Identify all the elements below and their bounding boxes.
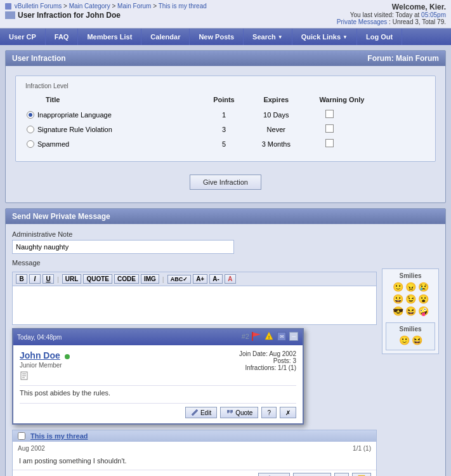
infraction-section: User Infraction Forum: Main Forum Infrac… [5,50,446,203]
report-icon[interactable]: ✉ [277,332,286,341]
breadcrumb-thread[interactable]: This is my thread [159,3,207,10]
popup-edit-button[interactable]: Edit [185,407,217,418]
smiley-9[interactable]: 🙂 [399,335,410,345]
nav-quicklinks[interactable]: Quick Links ▼ [292,29,357,45]
nav-logout[interactable]: Log Out [357,29,402,45]
quicklinks-dropdown-arrow: ▼ [343,34,348,40]
edit-icon [191,409,199,416]
pm-section-header: Send New Private Message [6,209,445,224]
pm-section-content: Administrative Note Message B I U | URL … [6,224,445,476]
online-indicator [65,354,70,359]
warning-icon[interactable]: ! [265,331,273,341]
popup-titlebar: Today, 04:48pm #2 ! [13,329,303,345]
popup-edit-note [20,371,296,382]
smiley-8[interactable]: 🤪 [418,306,429,316]
toolbar-quote[interactable]: QUOTE [83,274,112,284]
infraction-radio-2[interactable]: Spammed [27,140,201,148]
popup-username[interactable]: John Doe [20,350,60,360]
private-messages-link[interactable]: Private Messages [337,18,387,25]
toolbar-font-decrease[interactable]: A- [209,274,223,284]
nav-faq[interactable]: FAQ [46,29,79,45]
popup-container: Today, 04:48pm #2 ! [12,328,377,476]
breadcrumb-category[interactable]: Main Category [69,3,110,10]
toolbar-code[interactable]: CODE [114,274,139,284]
radio-btn-1[interactable] [27,126,34,133]
flag-icon[interactable] [252,332,261,341]
smiley-1[interactable]: 😠 [405,282,416,292]
post-0-join-date: Aug 2002 [18,445,45,452]
post-0-infraction-btn[interactable]: ! [352,473,371,476]
warning-checkbox-0[interactable] [325,110,334,118]
admin-note-label: Administrative Note [12,230,439,238]
breadcrumb: vBulletin Forums > Main Category > Main … [5,3,207,10]
smiley-7[interactable]: 😆 [405,306,416,316]
popup-infractions: Infractions: 1/1 (1) [239,364,296,371]
page-title-icon [5,11,15,19]
breadcrumb-forum[interactable]: vBulletin Forums [15,3,62,10]
toolbar-spellcheck[interactable]: ABC✓ [167,275,192,284]
infraction-row-0: Inappropriate Language 1 10 Days [27,108,424,121]
pm-count: Unread 3, Total 79. [393,18,446,25]
smiley-row-2: 😀 😉 😮 [386,294,435,304]
toolbar-bold[interactable]: B [16,274,27,284]
popup-post-actions: Edit Quote ? ✗ [20,403,296,418]
radio-btn-0[interactable] [27,111,34,119]
infraction-row-2: Spammed 5 3 Months [27,137,424,150]
smiley-2[interactable]: 😢 [418,282,429,292]
nav-members[interactable]: Members List [78,29,141,45]
warning-checkbox-2[interactable] [325,139,334,147]
give-infraction-button[interactable]: Give Infraction [190,175,261,190]
post-0-quote-button[interactable]: Quote [293,473,331,476]
welcome-box: Welcome, Kier. You last visited: Today a… [337,3,446,25]
infraction-radio-1[interactable]: Signature Rule Violation [27,126,201,133]
toolbar-url[interactable]: URL [62,274,82,284]
smiley-4[interactable]: 😉 [405,294,416,304]
smiley-10[interactable]: 😆 [412,335,422,345]
smiley-0[interactable]: 🙂 [393,282,403,292]
toolbar-image[interactable]: IMG [141,274,159,284]
popup-post-content: This post abides by the rules. [20,385,296,400]
toolbar-color[interactable]: A [225,274,236,284]
admin-note-input[interactable] [12,240,234,254]
pm-layout: B I U | URL QUOTE CODE IMG | ABC✓ A+ A- … [12,268,439,476]
minimize-icon[interactable]: ─ [289,332,298,341]
post-subject-0[interactable]: This is my thread [30,432,88,440]
post-0-infractions: 1/1 (1) [353,445,371,452]
toolbar-font-increase[interactable]: A+ [193,274,207,284]
nav-bar: User CP FAQ Members List Calendar New Po… [0,29,451,45]
col-expires: Expires [247,96,305,107]
radio-btn-2[interactable] [27,140,34,148]
nav-calendar[interactable]: Calendar [141,29,190,45]
nav-newposts[interactable]: New Posts [190,29,244,45]
smiley-3[interactable]: 😀 [393,294,403,304]
infraction-forum-info: Forum: Main Forum [367,54,439,63]
popup-delete-button[interactable]: ✗ [280,407,296,418]
last-visited-time[interactable]: 05:05pm [421,11,446,18]
smiley-5[interactable]: 😮 [418,294,429,304]
post-select-0[interactable] [18,432,25,440]
post-0-edit-button[interactable]: Edit [258,473,290,476]
nav-usercp[interactable]: User CP [0,29,46,45]
message-body[interactable] [13,286,376,324]
smilies-box: Smilies 🙂 😠 😢 😀 😉 😮 😎 😆 🤪 [382,268,439,354]
smiley-6[interactable]: 😎 [393,306,403,316]
editor-toolbar: B I U | URL QUOTE CODE IMG | ABC✓ A+ A- … [13,272,376,286]
breadcrumb-mainforum[interactable]: Main Forum [117,3,151,10]
popup-meta: Join Date: Aug 2002 Posts: 3 Infractions… [239,350,296,371]
infraction-radio-0[interactable]: Inappropriate Language [27,111,201,119]
message-label: Message [12,259,439,267]
toolbar-italic[interactable]: I [29,274,41,284]
message-editor[interactable]: B I U | URL QUOTE CODE IMG | ABC✓ A+ A- … [12,272,377,325]
popup-quote-button[interactable]: Quote [220,407,258,418]
expires-val-2: 3 Months [247,137,305,150]
forum-icon [5,3,11,10]
pm-section-title: Send New Private Message [12,212,110,221]
toolbar-underline[interactable]: U [42,274,54,284]
warning-checkbox-1[interactable] [325,124,334,133]
nav-search[interactable]: Search ▼ [244,29,292,45]
infraction-section-content: Infraction Level Title Points Expires Wa… [6,66,445,202]
page-title: User Infraction for John Doe [18,11,121,20]
post-0-report-btn[interactable]: ? [334,473,349,476]
popup-report-button[interactable]: ? [261,407,277,418]
give-infraction-row: Give Infraction [12,165,439,196]
